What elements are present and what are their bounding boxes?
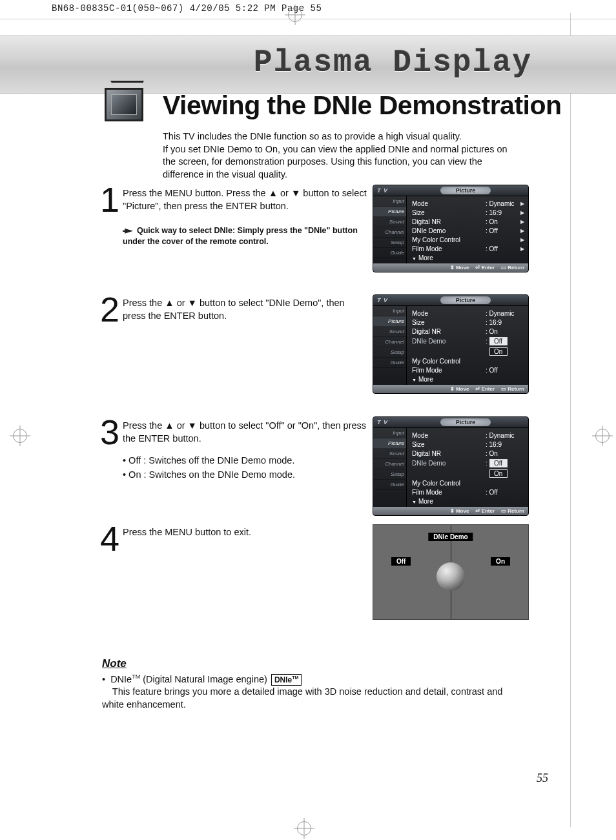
osd-return-hint: ▭ Return: [501, 508, 524, 514]
dnie-logo-box: DNIeTM: [271, 674, 302, 686]
osd-option-off[interactable]: Off: [489, 337, 508, 345]
osd-tab-channel[interactable]: Channel: [373, 459, 406, 469]
osd-tab-sound[interactable]: Sound: [373, 449, 406, 459]
osd-option-on[interactable]: On: [489, 347, 508, 356]
page-title: Viewing the DNIe Demonstration: [163, 90, 562, 121]
step-1-tip-text: Quick way to select DNIe: Simply press t…: [123, 226, 358, 246]
osd-tab-sound[interactable]: Sound: [373, 217, 406, 227]
osd-screenshot-1: T VPicture InputPictureSoundChannelSetup…: [373, 185, 529, 272]
note-lead: DNIe: [110, 674, 132, 684]
step-1-number: 1: [100, 182, 119, 217]
osd-return-hint: ▭ Return: [501, 265, 524, 271]
step-4-text: Press the MENU button to exit.: [123, 526, 367, 539]
osd-tab-guide[interactable]: Guide: [373, 480, 406, 490]
note-body: • DNIeTM (Digital Natural Image engine) …: [102, 673, 522, 712]
osd-enter-hint: ⏎ Enter: [475, 386, 495, 392]
step-3-text: Press the ▲ or ▼ button to select "Off" …: [123, 420, 367, 445]
note-body-text: This feature brings you more a detailed …: [102, 686, 502, 710]
osd-tab-channel[interactable]: Channel: [373, 227, 406, 238]
osd-move-hint: ⬍ Move: [450, 386, 469, 392]
osd-return-hint: ▭ Return: [501, 386, 524, 392]
register-mark-bottom: [297, 821, 311, 835]
tv-icon: [105, 88, 143, 121]
osd-enter-hint: ⏎ Enter: [475, 508, 495, 514]
osd-tab-guide[interactable]: Guide: [373, 358, 406, 368]
osd-tab-channel[interactable]: Channel: [373, 337, 406, 347]
osd-tab-picture[interactable]: Picture: [373, 316, 406, 327]
step-1-tip: Quick way to select DNIe: Simply press t…: [123, 225, 367, 247]
step-3-number: 3: [100, 415, 119, 449]
osd-tab-setup[interactable]: Setup: [373, 469, 406, 480]
step-3: 3 Press the ▲ or ▼ button to select "Off…: [100, 420, 367, 482]
osd-screenshot-2: T VPicture InputPictureSoundChannelSetup…: [373, 294, 529, 394]
print-mark: BN68-00835C-01(050~067) 4/20/05 5:22 PM …: [52, 4, 322, 13]
demo-right-label: On: [491, 557, 510, 566]
note-section: Note • DNIeTM (Digital Natural Image eng…: [102, 657, 522, 712]
step-1: 1 Press the MENU button. Press the ▲ or …: [100, 187, 367, 247]
osd-tab-input[interactable]: Input: [373, 428, 406, 438]
register-mark-top: [288, 8, 302, 22]
osd-tab-sound[interactable]: Sound: [373, 327, 406, 337]
note-tm: TM: [132, 673, 140, 680]
note-heading: Note: [102, 657, 522, 670]
intro-text: This TV includes the DNIe function so as…: [163, 130, 522, 181]
osd-tab-input[interactable]: Input: [373, 306, 406, 316]
demo-title: DNIe Demo: [428, 533, 473, 541]
osd-option-off[interactable]: Off: [489, 459, 508, 467]
osd-tab-setup[interactable]: Setup: [373, 238, 406, 248]
crop-mark-vertical: [570, 13, 571, 827]
demo-left-label: Off: [391, 557, 411, 566]
osd-tab-guide[interactable]: Guide: [373, 248, 406, 258]
osd-screenshot-3: T VPicture InputPictureSoundChannelSetup…: [373, 416, 529, 516]
page-number: 55: [537, 772, 548, 785]
header-title: Plasma Display: [254, 45, 532, 80]
step-1-text: Press the MENU button. Press the ▲ or ▼ …: [123, 187, 367, 212]
osd-move-hint: ⬍ Move: [450, 508, 469, 514]
dnie-demo-preview: DNIe Demo Off On: [373, 524, 529, 620]
osd-tab-input[interactable]: Input: [373, 196, 406, 207]
demo-ball-graphic: [436, 562, 465, 591]
osd-move-hint: ⬍ Move: [450, 265, 469, 271]
osd-option-on[interactable]: On: [489, 469, 508, 478]
register-mark-left: [13, 429, 27, 443]
osd-enter-hint: ⏎ Enter: [475, 265, 495, 271]
step-2: 2 Press the ▲ or ▼ button to select "DNI…: [100, 297, 367, 322]
osd-tab-picture[interactable]: Picture: [373, 438, 406, 449]
osd-tab-picture[interactable]: Picture: [373, 207, 406, 217]
step-3-bullets: • Off : Switches off the DNIe Demo mode.…: [123, 454, 367, 482]
header-band: Plasma Display: [0, 36, 616, 94]
note-paren: (Digital Natural Image engine): [140, 674, 270, 684]
step-2-text: Press the ▲ or ▼ button to select "DNIe …: [123, 297, 367, 322]
register-mark-right: [595, 429, 610, 443]
step-4-number: 4: [100, 521, 119, 556]
step-4: 4 Press the MENU button to exit.: [100, 526, 367, 539]
step-2-number: 2: [100, 292, 119, 327]
arrow-icon: [123, 229, 133, 234]
osd-tab-setup[interactable]: Setup: [373, 347, 406, 358]
